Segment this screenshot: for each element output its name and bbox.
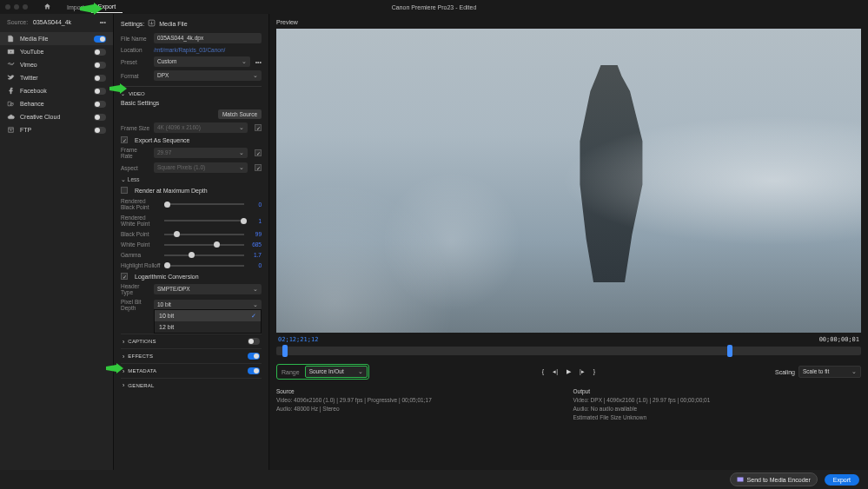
destination-toggle[interactable]: [94, 114, 106, 121]
go-to-out-icon[interactable]: }: [593, 368, 595, 375]
destination-item[interactable]: Vimeo: [0, 58, 113, 71]
tab-import[interactable]: Import: [60, 2, 91, 13]
log-conversion-checkbox[interactable]: [121, 273, 128, 280]
render-max-depth-checkbox[interactable]: [121, 187, 128, 194]
export-as-sequence-checkbox[interactable]: [121, 136, 128, 143]
destination-toggle[interactable]: [94, 101, 106, 108]
chevron-right-icon[interactable]: ›: [123, 368, 124, 374]
captions-toggle[interactable]: [248, 338, 260, 345]
file-name-label: File Name: [121, 36, 150, 42]
vimeo-icon: [7, 61, 15, 69]
chevron-down-icon[interactable]: ⌄: [121, 90, 125, 96]
format-select[interactable]: DPX⌄: [154, 70, 262, 81]
step-back-icon[interactable]: ◂|: [553, 368, 558, 375]
source-options-icon[interactable]: •••: [100, 19, 106, 25]
metadata-toggle[interactable]: [248, 367, 260, 374]
output-name: Media File: [159, 21, 187, 27]
source-summary-head: Source: [276, 388, 565, 394]
pixel-depth-dropdown: 10 bit✓ 12 bit: [154, 309, 262, 334]
step-fwd-icon[interactable]: |▸: [580, 368, 585, 375]
chevron-right-icon[interactable]: ›: [123, 354, 124, 360]
output-summary-head: Output: [573, 388, 862, 394]
mini-timeline[interactable]: [276, 347, 861, 355]
window-title: Canon Premiere Pro23 - Edited: [392, 4, 477, 10]
send-to-media-encoder-button[interactable]: Send to Media Encoder: [730, 472, 818, 486]
destination-toggle[interactable]: [94, 75, 106, 82]
export-button[interactable]: Export: [825, 474, 859, 486]
destination-item[interactable]: Creative Cloud: [0, 110, 113, 123]
header-type-select[interactable]: SMPTE/DPX⌄: [154, 284, 262, 294]
output-icon: [148, 19, 156, 28]
preset-more-icon[interactable]: •••: [255, 59, 262, 65]
playhead-in[interactable]: [282, 345, 288, 357]
destination-item[interactable]: Facebook: [0, 84, 113, 97]
gamma-slider[interactable]: [164, 254, 244, 256]
window-controls[interactable]: [5, 4, 28, 10]
go-to-in-icon[interactable]: {: [542, 368, 544, 375]
destination-toggle[interactable]: [94, 88, 106, 95]
playhead-out[interactable]: [727, 345, 732, 357]
destination-item[interactable]: Twitter: [0, 71, 113, 84]
range-select[interactable]: Source In/Out⌄: [305, 366, 368, 378]
timecode-out[interactable]: 00;00;00;01: [819, 336, 859, 343]
destination-toggle[interactable]: [94, 36, 106, 43]
output-audio-line: Audio: No audio available: [573, 406, 862, 412]
section-metadata[interactable]: METADATA: [128, 368, 244, 373]
location-value[interactable]: /mtl/mark/Rapids_03/Canon/: [154, 47, 225, 53]
section-captions[interactable]: CAPTIONS: [128, 339, 244, 344]
preview-viewport[interactable]: [276, 29, 861, 333]
chevron-right-icon[interactable]: ›: [123, 382, 124, 388]
preset-select[interactable]: Custom⌄: [154, 56, 250, 67]
destination-toggle[interactable]: [94, 62, 106, 69]
settings-column: Settings: Media File File Name 035AS044_…: [113, 14, 269, 479]
source-video-line: Video: 4096x2160 (1.0) | 29.97 fps | Pro…: [276, 397, 565, 403]
aspect-select[interactable]: Square Pixels (1.0)⌄: [154, 162, 248, 173]
option-12-bit[interactable]: 12 bit: [155, 321, 261, 333]
effects-toggle[interactable]: [248, 353, 260, 360]
aspect-lock[interactable]: [255, 164, 262, 171]
render-max-depth-label: Render at Maximum Depth: [135, 188, 208, 194]
highlight-rolloff-slider[interactable]: [164, 265, 244, 267]
destination-item[interactable]: YouTube: [0, 45, 113, 58]
match-source-button[interactable]: Match Source: [218, 109, 262, 119]
destination-item[interactable]: Media File: [0, 32, 113, 45]
rendered-black-slider[interactable]: [164, 203, 244, 205]
scaling-select[interactable]: Scale to fit⌄: [798, 366, 861, 378]
tab-export[interactable]: Export: [91, 1, 123, 13]
file-name-input[interactable]: 035AS044_4k.dpx: [154, 33, 262, 43]
ftp-icon: [7, 126, 15, 134]
preview-title: Preview: [276, 19, 861, 25]
output-video-line: Video: DPX | 4096x2160 (1.0) | 29.97 fps…: [573, 397, 862, 403]
header-type-label: Header Type: [121, 283, 150, 295]
log-conversion-label: Logarithmic Conversion: [135, 274, 199, 280]
destination-item[interactable]: FTP: [0, 123, 113, 136]
black-point-slider[interactable]: [164, 234, 244, 235]
option-10-bit[interactable]: 10 bit✓: [155, 310, 261, 321]
home-icon[interactable]: [43, 3, 51, 11]
video-section-header: VIDEO: [129, 91, 145, 96]
location-label: Location: [121, 47, 150, 53]
timecode-in[interactable]: 02;12;21;12: [278, 336, 318, 343]
gamma-label: Gamma: [121, 252, 161, 258]
frame-rate-lock[interactable]: [255, 149, 262, 156]
frame-size-select[interactable]: 4K (4096 x 2160)⌄: [154, 122, 248, 133]
frame-rate-select[interactable]: 29.97⌄: [154, 148, 248, 158]
less-more-toggle[interactable]: Less: [128, 176, 140, 182]
destination-toggle[interactable]: [94, 127, 106, 134]
section-effects[interactable]: EFFECTS: [128, 354, 244, 359]
play-icon[interactable]: ▶: [567, 368, 571, 375]
white-point-value: 685: [248, 241, 262, 248]
frame-rate-label: Frame Rate: [121, 147, 150, 159]
rendered-white-slider[interactable]: [164, 220, 244, 221]
rolloff-value: 0: [248, 262, 262, 268]
destination-toggle[interactable]: [94, 49, 106, 56]
transport-controls: { ◂| ▶ |▸ }: [542, 368, 595, 375]
white-point-slider[interactable]: [164, 244, 244, 246]
frame-size-lock[interactable]: [255, 124, 262, 131]
destination-item[interactable]: Behance: [0, 97, 113, 110]
preset-label: Preset: [121, 59, 150, 65]
aspect-label: Aspect: [121, 165, 150, 171]
section-general[interactable]: GENERAL: [128, 383, 260, 388]
range-label: Range: [278, 369, 303, 375]
chevron-right-icon[interactable]: ›: [123, 339, 124, 345]
